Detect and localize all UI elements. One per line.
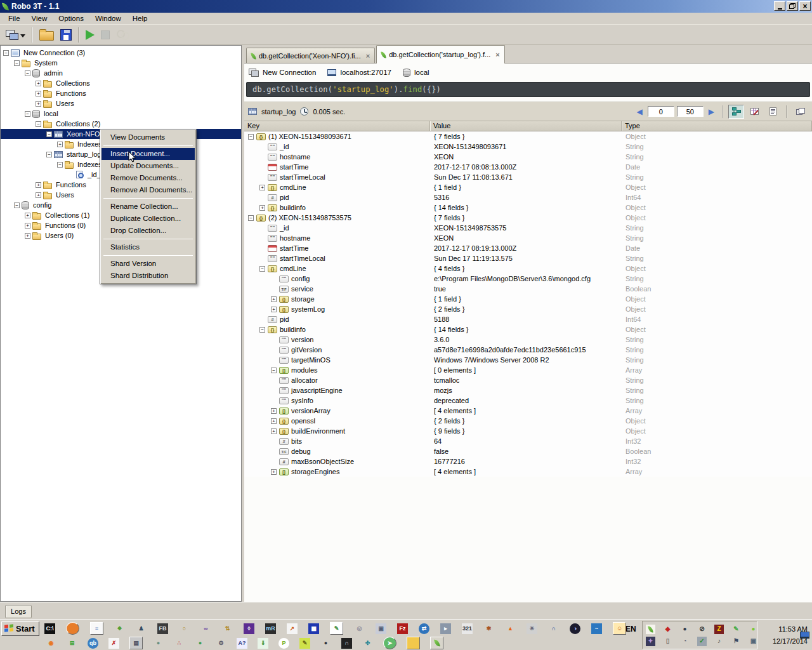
document-row[interactable]: ""hostnameXEONString xyxy=(244,152,812,162)
menu-help[interactable]: Help xyxy=(127,13,154,23)
context-menu-item[interactable]: Drop Collection... xyxy=(102,225,195,237)
tree-item[interactable]: −local xyxy=(1,109,241,119)
expander-icon[interactable]: + xyxy=(271,296,277,302)
expander-icon[interactable]: − xyxy=(46,152,52,157)
meter-icon[interactable]: ◔ xyxy=(680,637,690,646)
expander-icon[interactable]: + xyxy=(36,192,41,198)
red-diamond-icon[interactable]: ◆ xyxy=(663,625,672,634)
expander-icon[interactable]: + xyxy=(36,81,41,86)
expander-icon[interactable]: − xyxy=(14,202,20,208)
network-icon[interactable]: ▣ xyxy=(749,637,758,646)
context-menu-item[interactable]: Shard Version xyxy=(102,258,195,270)
expander-icon[interactable]: + xyxy=(259,185,265,190)
close-button[interactable]: × xyxy=(799,1,811,11)
expander-icon[interactable]: + xyxy=(271,418,277,424)
expander-icon[interactable]: + xyxy=(36,182,41,188)
expander-icon[interactable]: + xyxy=(271,428,277,434)
program-p-icon[interactable]: P xyxy=(278,638,289,649)
restore-button[interactable] xyxy=(787,1,798,11)
document-row[interactable]: startTime2017-12-17 08:19:13.000ZDate xyxy=(244,243,812,253)
audio-app-icon[interactable]: ~ xyxy=(591,623,602,634)
dark-globe-icon[interactable]: ● xyxy=(680,625,690,634)
connections-menu-button[interactable] xyxy=(3,26,29,44)
context-menu-item[interactable]: Insert Document... xyxy=(102,148,195,160)
firefox-icon[interactable] xyxy=(66,622,79,635)
context-menu-item[interactable]: View Documents xyxy=(102,131,195,143)
document-row[interactable]: startTime2017-12-17 08:08:13.000ZDate xyxy=(244,162,812,172)
start-button[interactable]: Start xyxy=(1,621,39,636)
view-tree-button[interactable] xyxy=(728,105,744,119)
menu-file[interactable]: File xyxy=(3,13,26,23)
secure-update-icon[interactable]: ⇓ xyxy=(258,638,268,649)
windows-logo-icon[interactable]: ⊞ xyxy=(67,638,77,649)
expander-icon[interactable]: − xyxy=(3,50,9,56)
db-browser-icon[interactable]: ○ xyxy=(179,623,190,634)
minimize-button[interactable] xyxy=(774,1,785,11)
document-row[interactable]: −{}(1) XEON-1513498093671{ 7 fields }Obj… xyxy=(244,131,812,142)
notepad2-icon[interactable]: ✎ xyxy=(330,622,343,635)
paint-tool-icon[interactable]: ✎ xyxy=(299,638,310,649)
usb-safe-icon[interactable]: ✓ xyxy=(697,637,707,646)
backup-floppy-icon[interactable]: ▦ xyxy=(308,623,319,634)
media-player-icon[interactable]: ▸ xyxy=(440,623,451,634)
robo3t-tray-icon[interactable] xyxy=(646,625,655,634)
context-menu-item[interactable]: Duplicate Collection... xyxy=(102,213,195,225)
rocket-doc-icon[interactable]: ↗ xyxy=(287,623,298,634)
mouse-icon[interactable]: ▯ xyxy=(663,637,672,646)
volume-icon[interactable]: ♪ xyxy=(714,637,724,646)
save-file-button[interactable] xyxy=(57,26,75,44)
db-export-icon[interactable]: ⇅ xyxy=(222,623,233,634)
mouse-config-icon[interactable]: ⚙ xyxy=(216,638,226,649)
document-row[interactable]: ""gitVersiona57d8e71e6998a2d0afde7edc11b… xyxy=(244,345,812,355)
context-menu-item[interactable]: Statistics xyxy=(102,241,195,253)
compass-icon[interactable]: ✦ xyxy=(646,637,655,646)
mremote-icon[interactable]: mR xyxy=(265,623,276,634)
context-menu-item[interactable]: Shard Distribution xyxy=(102,270,195,282)
document-row[interactable]: −{}(2) XEON-1513498753575{ 7 fields }Obj… xyxy=(244,213,812,223)
document-row[interactable]: ""_idXEON-1513498753575String xyxy=(244,223,812,233)
tree-item[interactable]: −New Connection (3) xyxy=(1,48,241,58)
expander-icon[interactable]: − xyxy=(25,70,30,76)
visual-studio-icon[interactable]: ◊ xyxy=(244,623,254,634)
infinity-app-icon[interactable]: ∞ xyxy=(200,623,211,634)
document-row[interactable]: ""allocatortcmallocString xyxy=(244,375,812,385)
expander-icon[interactable]: + xyxy=(25,233,30,239)
document-row[interactable]: +[]versionArray[ 4 elements ]Array xyxy=(244,406,812,416)
language-tool-icon[interactable]: A? xyxy=(237,638,247,649)
detach-button[interactable] xyxy=(792,105,808,119)
tree-item[interactable]: +Collections xyxy=(1,78,241,88)
dark-sphere-icon[interactable]: ● xyxy=(320,638,331,649)
skip-input[interactable] xyxy=(648,106,674,117)
document-row[interactable]: ""_idXEON-1513498093671String xyxy=(244,142,812,152)
execute-query-button[interactable] xyxy=(82,26,98,44)
notepad-icon[interactable]: ≡ xyxy=(90,622,103,635)
knot-app-icon[interactable]: ✣ xyxy=(362,638,373,649)
flash-builder-icon[interactable]: FB xyxy=(157,623,168,634)
page-forward-button[interactable]: ▶ xyxy=(706,107,717,116)
document-row[interactable]: +{}cmdLine{ 1 field }Object xyxy=(244,182,812,192)
view-table-button[interactable] xyxy=(747,105,763,119)
window-folder-icon[interactable]: ▣ xyxy=(376,623,386,634)
expander-icon[interactable]: − xyxy=(36,121,41,127)
document-row[interactable]: #pid5188Int64 xyxy=(244,314,812,324)
paint-tray-icon[interactable]: ✎ xyxy=(731,625,741,634)
smiley-app-icon[interactable]: ☺ xyxy=(613,622,626,635)
expander-icon[interactable]: + xyxy=(57,142,63,147)
expander-icon[interactable]: − xyxy=(248,134,254,140)
film-reel-icon[interactable]: ✱ xyxy=(483,623,494,634)
file-explorer-icon[interactable] xyxy=(407,637,420,649)
document-row[interactable]: ""confige:\Program Files\MongoDB\Server\… xyxy=(244,274,812,284)
document-row[interactable]: +{}buildinfo{ 14 fields }Object xyxy=(244,202,812,213)
document-row[interactable]: +{}systemLog{ 2 fields }Object xyxy=(244,304,812,314)
menu-view[interactable]: View xyxy=(26,13,53,23)
vlc-icon[interactable]: ▲ xyxy=(505,623,516,634)
gear-tool-icon[interactable]: ✳ xyxy=(527,623,537,634)
filezilla-tray-icon[interactable]: Z xyxy=(714,625,724,634)
logs-tab[interactable]: Logs xyxy=(5,605,32,618)
expander-icon[interactable]: − xyxy=(25,111,30,117)
document-row[interactable]: +[]storageEngines[ 4 elements ]Array xyxy=(244,467,812,477)
type-column-header[interactable]: Type xyxy=(622,121,812,131)
blender-icon[interactable]: ◉ xyxy=(46,638,56,649)
tab-close-icon[interactable]: × xyxy=(494,51,499,58)
headphones-icon[interactable]: ∩ xyxy=(548,623,559,634)
